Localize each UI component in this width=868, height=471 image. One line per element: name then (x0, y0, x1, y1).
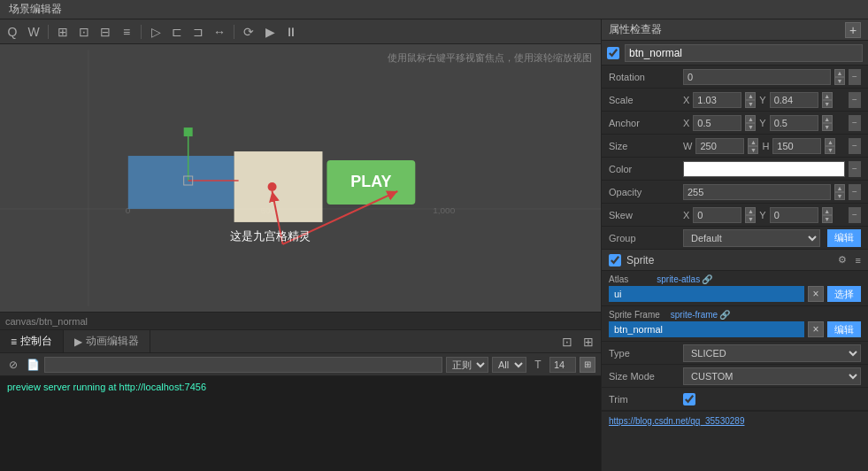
svg-rect-9 (184, 127, 193, 136)
atlas-remove-btn[interactable]: × (808, 286, 824, 302)
skew-y-down[interactable]: ▼ (822, 215, 833, 223)
atlas-select-btn[interactable]: 选择 (827, 286, 861, 302)
toolbar-btn-1[interactable]: W (25, 23, 42, 41)
toolbar-btn-3[interactable]: ⊡ (75, 23, 93, 41)
rotation-input[interactable] (683, 69, 831, 85)
toolbar-btn-12[interactable]: ⏸ (282, 23, 300, 41)
skew-x-down[interactable]: ▼ (745, 215, 756, 223)
size-w-input[interactable] (695, 138, 744, 154)
opacity-input[interactable] (683, 184, 831, 200)
scale-minus[interactable]: − (849, 92, 861, 108)
color-label: Color (609, 164, 680, 174)
opacity-minus[interactable]: − (849, 184, 861, 200)
skew-xy: X ▲ ▼ Y ▲ ▼ (683, 207, 845, 223)
toolbar-btn-7[interactable]: ⊏ (168, 23, 186, 41)
color-minus[interactable]: − (849, 161, 861, 177)
size-w-up[interactable]: ▲ (748, 138, 758, 146)
skew-x-up[interactable]: ▲ (745, 207, 756, 215)
sprite-more-icon[interactable]: ≡ (856, 255, 861, 266)
animation-tab-icon: ▶ (74, 336, 82, 348)
svg-text:1,000: 1,000 (433, 205, 455, 215)
opacity-down[interactable]: ▼ (834, 192, 845, 200)
clear-btn[interactable]: ⊘ (5, 357, 21, 373)
anchor-minus[interactable]: − (849, 115, 861, 131)
frame-remove-btn[interactable]: × (808, 321, 824, 337)
toolbar-btn-6[interactable]: ▷ (147, 23, 165, 41)
canvas-area[interactable]: 使用鼠标右键平移视窗焦点，使用滚轮缩放视图 0 500 1,000 PLAY (0, 44, 601, 312)
add-component-btn[interactable]: + (845, 22, 861, 38)
expand-btn[interactable]: ⊞ (580, 333, 597, 351)
animation-tab-label: 动画编辑器 (86, 334, 139, 349)
toolbar-btn-5[interactable]: ≡ (118, 23, 135, 41)
skew-y-input[interactable] (770, 207, 818, 223)
trim-checkbox[interactable] (683, 393, 695, 405)
font-size-input[interactable] (549, 357, 576, 373)
anchor-x-input[interactable] (693, 115, 741, 131)
anchor-x-up[interactable]: ▲ (745, 115, 756, 123)
tab-console[interactable]: ≡ 控制台 (0, 330, 64, 352)
color-swatch[interactable] (683, 161, 845, 177)
rotation-down[interactable]: ▼ (834, 77, 845, 85)
blend-link[interactable]: https://blog.csdn.net/qq_35530289 (609, 416, 744, 426)
node-name-input[interactable] (625, 44, 863, 62)
group-edit-btn[interactable]: 编辑 (827, 229, 861, 247)
anchor-y-input[interactable] (770, 115, 818, 131)
toolbar-btn-9[interactable]: ↔ (211, 23, 228, 41)
rotation-spinners: ▲ ▼ (834, 69, 845, 85)
anchor-y-down[interactable]: ▼ (822, 123, 833, 131)
size-mode-select[interactable]: CUSTOM TRIMMED RAW (683, 367, 861, 385)
console-toggle-btn[interactable]: ⊞ (580, 357, 595, 373)
skew-y-up[interactable]: ▲ (822, 207, 833, 215)
collapse-btn[interactable]: ⊡ (558, 333, 576, 351)
console-level-select[interactable]: All (492, 357, 526, 373)
anchor-y-up[interactable]: ▲ (822, 115, 833, 123)
save-log-btn[interactable]: 📄 (25, 357, 41, 373)
skew-row: Skew X ▲ ▼ Y ▲ ▼ − (602, 204, 868, 227)
toolbar-btn-2[interactable]: ⊞ (54, 23, 72, 41)
scale-x-down[interactable]: ▼ (745, 100, 756, 108)
opacity-up[interactable]: ▲ (834, 184, 845, 192)
sprite-settings-icon[interactable]: ⚙ (838, 254, 847, 266)
menu-item-scene[interactable]: 场景编辑器 (4, 0, 67, 19)
console-search-input[interactable] (44, 357, 442, 373)
scale-y-input[interactable] (770, 92, 818, 108)
svg-text:PLAY: PLAY (350, 173, 391, 190)
size-h-down[interactable]: ▼ (825, 146, 835, 154)
size-minus[interactable]: − (849, 138, 861, 154)
rotation-row: Rotation ▲ ▼ − (602, 66, 868, 89)
size-w-spinners: ▲ ▼ (748, 138, 758, 154)
node-enabled-checkbox[interactable] (607, 47, 619, 59)
size-h-input[interactable] (772, 138, 821, 154)
scale-y-up[interactable]: ▲ (822, 92, 833, 100)
toolbar-btn-0[interactable]: Q (4, 23, 21, 41)
group-select[interactable]: Default (683, 229, 820, 247)
scale-x-input[interactable] (693, 92, 741, 108)
toolbar-btn-11[interactable]: ▶ (261, 23, 279, 41)
console-filter-select[interactable]: 正则 All (446, 357, 488, 373)
tab-animation[interactable]: ▶ 动画编辑器 (64, 330, 150, 352)
atlas-value-row: ui × 选择 (609, 286, 861, 302)
sprite-enabled-checkbox[interactable] (609, 254, 621, 266)
size-h-up[interactable]: ▲ (825, 138, 835, 146)
skew-x-input[interactable] (693, 207, 741, 223)
frame-edit-btn[interactable]: 编辑 (827, 321, 861, 337)
opacity-spinners: ▲ ▼ (834, 184, 845, 200)
toolbar-btn-8[interactable]: ⊐ (189, 23, 207, 41)
node-name-row (602, 41, 868, 66)
type-row: Type SLICED SIMPLE TILED FILLED (602, 342, 868, 365)
anchor-row: Anchor X ▲ ▼ Y ▲ ▼ − (602, 112, 868, 135)
scale-x-spinners: ▲ ▼ (745, 92, 756, 108)
toolbar-btn-4[interactable]: ⊟ (96, 23, 114, 41)
skew-minus[interactable]: − (849, 207, 861, 223)
skew-label: Skew (609, 210, 680, 220)
anchor-x-down[interactable]: ▼ (745, 123, 756, 131)
frame-sublabel-text: sprite-frame (671, 310, 718, 320)
rotation-minus[interactable]: − (849, 69, 861, 85)
console-toolbar: ⊘ 📄 正则 All All T ⊞ (0, 353, 601, 376)
size-w-down[interactable]: ▼ (748, 146, 758, 154)
toolbar-btn-10[interactable]: ⟳ (240, 23, 257, 41)
rotation-up[interactable]: ▲ (834, 69, 845, 77)
scale-y-down[interactable]: ▼ (822, 100, 833, 108)
type-select[interactable]: SLICED SIMPLE TILED FILLED (683, 344, 861, 362)
scale-x-up[interactable]: ▲ (745, 92, 756, 100)
